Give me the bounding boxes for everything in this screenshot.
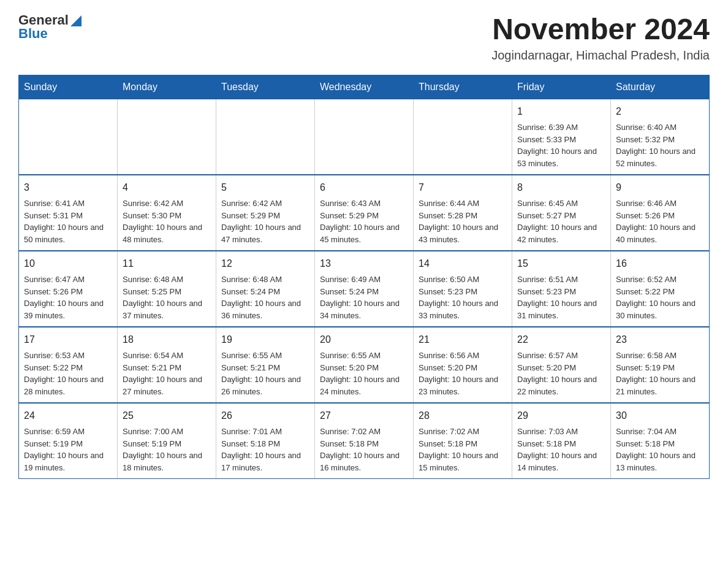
day-info: Sunrise: 6:53 AMSunset: 5:22 PMDaylight:… [24, 350, 112, 397]
calendar-day-cell: 29Sunrise: 7:03 AMSunset: 5:18 PMDayligh… [512, 403, 611, 479]
day-number: 25 [123, 408, 211, 423]
day-number: 18 [123, 332, 211, 347]
page-header: General Blue November 2024 Jogindarnagar… [18, 12, 710, 63]
day-info: Sunrise: 6:50 AMSunset: 5:23 PMDaylight:… [419, 274, 507, 321]
calendar-day-cell: 4Sunrise: 6:42 AMSunset: 5:30 PMDaylight… [118, 175, 216, 251]
day-info: Sunrise: 6:52 AMSunset: 5:22 PMDaylight:… [616, 274, 704, 321]
day-number: 13 [320, 256, 408, 271]
day-number: 7 [419, 180, 507, 195]
calendar-day-cell: 23Sunrise: 6:58 AMSunset: 5:19 PMDayligh… [611, 327, 710, 403]
calendar-day-cell: 18Sunrise: 6:54 AMSunset: 5:21 PMDayligh… [118, 327, 216, 403]
calendar-day-cell: 1Sunrise: 6:39 AMSunset: 5:33 PMDaylight… [512, 99, 611, 175]
day-number: 2 [616, 104, 704, 119]
day-number: 28 [419, 408, 507, 423]
calendar-day-cell: 30Sunrise: 7:04 AMSunset: 5:18 PMDayligh… [611, 403, 710, 479]
day-info: Sunrise: 6:56 AMSunset: 5:20 PMDaylight:… [419, 350, 507, 397]
calendar-week-row: 24Sunrise: 6:59 AMSunset: 5:19 PMDayligh… [19, 403, 710, 479]
day-info: Sunrise: 6:40 AMSunset: 5:32 PMDaylight:… [616, 121, 704, 169]
calendar-day-header: Friday [512, 75, 611, 99]
calendar-day-cell: 15Sunrise: 6:51 AMSunset: 5:23 PMDayligh… [512, 251, 611, 327]
day-number: 15 [517, 256, 605, 271]
logo: General Blue [18, 12, 82, 42]
calendar-day-cell: 8Sunrise: 6:45 AMSunset: 5:27 PMDaylight… [512, 175, 611, 251]
day-info: Sunrise: 6:58 AMSunset: 5:19 PMDaylight:… [616, 350, 704, 397]
title-block: November 2024 Jogindarnagar, Himachal Pr… [491, 12, 710, 63]
day-info: Sunrise: 6:55 AMSunset: 5:21 PMDaylight:… [221, 350, 309, 397]
calendar-header-row: SundayMondayTuesdayWednesdayThursdayFrid… [19, 75, 710, 99]
logo-triangle-icon [70, 15, 82, 26]
day-info: Sunrise: 6:48 AMSunset: 5:25 PMDaylight:… [123, 274, 211, 321]
day-info: Sunrise: 6:41 AMSunset: 5:31 PMDaylight:… [24, 197, 112, 245]
day-number: 19 [221, 332, 309, 347]
calendar-table: SundayMondayTuesdayWednesdayThursdayFrid… [18, 75, 710, 479]
calendar-day-cell: 3Sunrise: 6:41 AMSunset: 5:31 PMDaylight… [19, 175, 118, 251]
calendar-day-header: Thursday [414, 75, 512, 99]
day-number: 5 [221, 180, 309, 195]
day-info: Sunrise: 6:42 AMSunset: 5:30 PMDaylight:… [123, 197, 211, 245]
day-info: Sunrise: 6:49 AMSunset: 5:24 PMDaylight:… [320, 274, 408, 321]
day-info: Sunrise: 6:57 AMSunset: 5:20 PMDaylight:… [517, 350, 605, 397]
day-info: Sunrise: 6:55 AMSunset: 5:20 PMDaylight:… [320, 350, 408, 397]
calendar-day-header: Sunday [19, 75, 118, 99]
calendar-day-cell: 9Sunrise: 6:46 AMSunset: 5:26 PMDaylight… [611, 175, 710, 251]
calendar-day-cell [315, 99, 414, 175]
day-info: Sunrise: 6:39 AMSunset: 5:33 PMDaylight:… [517, 121, 605, 169]
day-number: 26 [221, 408, 309, 423]
calendar-day-cell: 26Sunrise: 7:01 AMSunset: 5:18 PMDayligh… [216, 403, 315, 479]
calendar-week-row: 3Sunrise: 6:41 AMSunset: 5:31 PMDaylight… [19, 175, 710, 251]
day-number: 14 [419, 256, 507, 271]
day-number: 6 [320, 180, 408, 195]
day-info: Sunrise: 6:43 AMSunset: 5:29 PMDaylight:… [320, 197, 408, 245]
calendar-day-cell: 6Sunrise: 6:43 AMSunset: 5:29 PMDaylight… [315, 175, 414, 251]
day-number: 11 [123, 256, 211, 271]
calendar-day-cell: 19Sunrise: 6:55 AMSunset: 5:21 PMDayligh… [216, 327, 315, 403]
day-number: 17 [24, 332, 112, 347]
calendar-day-cell [19, 99, 118, 175]
day-info: Sunrise: 6:59 AMSunset: 5:19 PMDaylight:… [24, 426, 112, 473]
day-number: 10 [24, 256, 112, 271]
day-info: Sunrise: 7:04 AMSunset: 5:18 PMDaylight:… [616, 426, 704, 473]
calendar-day-cell: 14Sunrise: 6:50 AMSunset: 5:23 PMDayligh… [414, 251, 512, 327]
day-number: 29 [517, 408, 605, 423]
calendar-day-cell: 25Sunrise: 7:00 AMSunset: 5:19 PMDayligh… [118, 403, 216, 479]
calendar-day-cell: 20Sunrise: 6:55 AMSunset: 5:20 PMDayligh… [315, 327, 414, 403]
calendar-day-cell [414, 99, 512, 175]
day-info: Sunrise: 7:00 AMSunset: 5:19 PMDaylight:… [123, 426, 211, 473]
calendar-week-row: 10Sunrise: 6:47 AMSunset: 5:26 PMDayligh… [19, 251, 710, 327]
calendar-day-cell [216, 99, 315, 175]
day-info: Sunrise: 6:51 AMSunset: 5:23 PMDaylight:… [517, 274, 605, 321]
calendar-day-header: Wednesday [315, 75, 414, 99]
logo-blue: Blue [18, 26, 48, 42]
day-number: 4 [123, 180, 211, 195]
calendar-day-header: Monday [118, 75, 216, 99]
calendar-week-row: 1Sunrise: 6:39 AMSunset: 5:33 PMDaylight… [19, 99, 710, 175]
day-number: 1 [517, 104, 605, 119]
day-number: 24 [24, 408, 112, 423]
calendar-day-cell: 11Sunrise: 6:48 AMSunset: 5:25 PMDayligh… [118, 251, 216, 327]
calendar-day-cell: 5Sunrise: 6:42 AMSunset: 5:29 PMDaylight… [216, 175, 315, 251]
location-title: Jogindarnagar, Himachal Pradesh, India [491, 48, 710, 63]
calendar-day-cell: 16Sunrise: 6:52 AMSunset: 5:22 PMDayligh… [611, 251, 710, 327]
day-info: Sunrise: 7:02 AMSunset: 5:18 PMDaylight:… [419, 426, 507, 473]
day-number: 16 [616, 256, 704, 271]
day-number: 27 [320, 408, 408, 423]
calendar-day-cell: 28Sunrise: 7:02 AMSunset: 5:18 PMDayligh… [414, 403, 512, 479]
calendar-day-cell: 24Sunrise: 6:59 AMSunset: 5:19 PMDayligh… [19, 403, 118, 479]
day-number: 21 [419, 332, 507, 347]
calendar-day-header: Saturday [611, 75, 710, 99]
day-number: 9 [616, 180, 704, 195]
day-number: 20 [320, 332, 408, 347]
day-number: 30 [616, 408, 704, 423]
calendar-day-cell: 27Sunrise: 7:02 AMSunset: 5:18 PMDayligh… [315, 403, 414, 479]
calendar-day-cell: 13Sunrise: 6:49 AMSunset: 5:24 PMDayligh… [315, 251, 414, 327]
day-info: Sunrise: 6:48 AMSunset: 5:24 PMDaylight:… [221, 274, 309, 321]
day-info: Sunrise: 7:03 AMSunset: 5:18 PMDaylight:… [517, 426, 605, 473]
day-number: 12 [221, 256, 309, 271]
calendar-day-cell: 10Sunrise: 6:47 AMSunset: 5:26 PMDayligh… [19, 251, 118, 327]
day-number: 22 [517, 332, 605, 347]
calendar-day-cell: 12Sunrise: 6:48 AMSunset: 5:24 PMDayligh… [216, 251, 315, 327]
month-title: November 2024 [491, 12, 710, 46]
calendar-day-cell [118, 99, 216, 175]
day-info: Sunrise: 6:54 AMSunset: 5:21 PMDaylight:… [123, 350, 211, 397]
calendar-day-cell: 2Sunrise: 6:40 AMSunset: 5:32 PMDaylight… [611, 99, 710, 175]
